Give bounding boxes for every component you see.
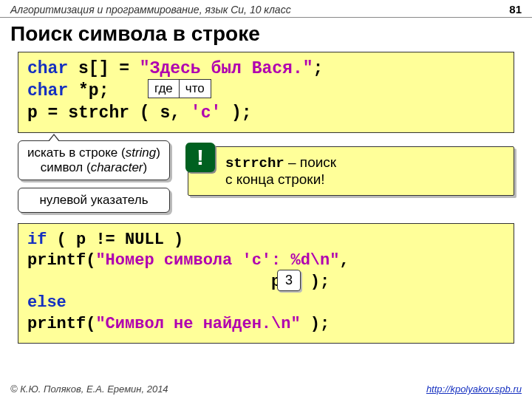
slide-header: Алгоритмизация и программирование, язык … <box>0 0 532 18</box>
label-where: где <box>148 79 180 98</box>
footer-link[interactable]: http://kpolyakov.spb.ru <box>426 383 522 395</box>
slide-footer: © К.Ю. Поляков, Е.А. Еремин, 2014 http:/… <box>0 383 532 395</box>
course-name: Алгоритмизация и программирование, язык … <box>10 4 291 16</box>
label-what: что <box>180 79 211 98</box>
copyright: © К.Ю. Поляков, Е.А. Еремин, 2014 <box>10 383 168 395</box>
code-block-2: if ( p != NULL ) printf("Номер символа '… <box>18 223 514 344</box>
callout-string-character: искать в строке (string) символ (charact… <box>18 140 170 180</box>
result-value: 3 <box>277 270 301 291</box>
callout-null-pointer: нулевой указатель <box>18 188 170 213</box>
slide-title: Поиск символа в строке <box>0 18 532 52</box>
code-block-1: char s[] = "Здесь был Вася."; char *p; p… <box>18 52 514 133</box>
warning-strrchr: ! strrchr – поиск с конца строки! <box>188 146 514 196</box>
page-number: 81 <box>509 3 522 16</box>
arg-labels: где что <box>148 79 211 98</box>
exclamation-icon: ! <box>185 143 215 172</box>
